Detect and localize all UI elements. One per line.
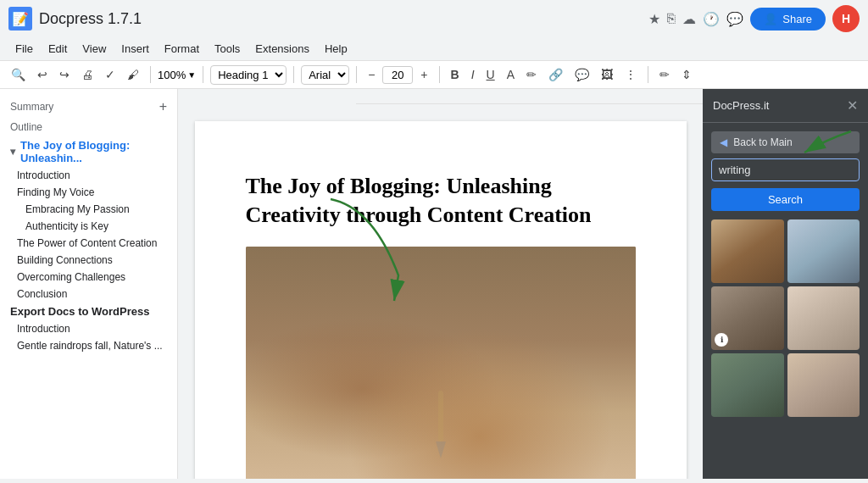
font-size-increase[interactable]: + <box>416 64 431 85</box>
separator-5 <box>439 66 440 83</box>
outline-item-9[interactable]: Export Docs to WordPress <box>0 303 177 320</box>
title-icon-star[interactable]: ★ <box>648 11 660 27</box>
font-size-decrease[interactable]: − <box>364 64 379 85</box>
summary-label: Summary <box>10 101 53 113</box>
paint-format-btn[interactable]: 🖌 <box>123 64 143 85</box>
outline-item-11[interactable]: Gentle raindrops fall, Nature's ... <box>0 337 177 354</box>
image-thumb-6[interactable] <box>787 353 860 417</box>
image-thumb-2[interactable] <box>787 219 860 283</box>
svg-rect-1 <box>438 391 443 441</box>
outline-label-10: Introduction <box>17 323 70 335</box>
menu-extensions[interactable]: Extensions <box>248 39 316 58</box>
outline-item-7[interactable]: Overcoming Challenges <box>0 269 177 286</box>
person-icon: 👤 <box>764 13 777 25</box>
outline-item-0[interactable]: ▾ The Joy of Blogging: Unleashin... <box>0 136 177 167</box>
outline-label-7: Overcoming Challenges <box>17 271 125 283</box>
menu-format[interactable]: Format <box>158 39 206 58</box>
share-label: Share <box>782 13 812 25</box>
right-panel: DocPress.it ✕ ◀ Back to Main Search ℹ <box>703 89 868 479</box>
separator-2 <box>203 66 203 83</box>
menu-tools[interactable]: Tools <box>208 39 247 58</box>
doc-icon: 📝 <box>8 7 32 31</box>
title-bar: 📝 Docpress 1.7.1 ★ ⎘ ☁ 🕐 💬 👤 Share H <box>0 0 868 37</box>
pen-icon <box>415 391 466 458</box>
summary-add-btn[interactable]: + <box>159 99 167 114</box>
font-color-btn[interactable]: A <box>503 64 519 85</box>
doc-image[interactable] <box>246 247 636 479</box>
outline-label: Outline <box>0 118 177 136</box>
share-button[interactable]: 👤 Share <box>750 8 826 31</box>
font-size-input[interactable] <box>382 66 413 84</box>
title-icon-cloud[interactable]: ☁ <box>682 11 696 27</box>
menu-insert[interactable]: Insert <box>114 39 156 58</box>
outline-item-5[interactable]: The Power of Content Creation <box>0 235 177 252</box>
menu-help[interactable]: Help <box>318 39 354 58</box>
outline-item-6[interactable]: Building Connections <box>0 252 177 269</box>
app-title: Docpress 1.7.1 <box>39 10 642 28</box>
image-thumb-5[interactable] <box>711 353 784 417</box>
separator-4 <box>356 66 357 83</box>
doc-title[interactable]: The Joy of Blogging: Unleashing Creativi… <box>246 172 636 230</box>
collapse-icon[interactable]: ▾ <box>10 146 15 158</box>
link-btn[interactable]: 🔗 <box>544 64 567 85</box>
spellcheck-btn[interactable]: ✓ <box>101 64 120 85</box>
user-avatar[interactable]: H <box>832 5 860 32</box>
doc-page: The Joy of Blogging: Unleashing Creativi… <box>195 121 687 479</box>
font-select[interactable]: Arial <box>301 65 349 85</box>
menu-edit[interactable]: Edit <box>42 39 74 58</box>
image-btn[interactable]: 🖼 <box>597 64 617 85</box>
doc-image-container: Image by Karolina Grabowska on Pexels. V… <box>246 247 636 479</box>
chat-icon[interactable]: 💬 <box>726 11 743 27</box>
badge-icon: ℹ <box>715 333 728 347</box>
more-btn[interactable]: ⋮ <box>620 64 641 85</box>
title-icon-doc[interactable]: ⎘ <box>667 11 676 26</box>
sidebar: Summary + Outline ▾ The Joy of Blogging:… <box>0 89 178 479</box>
redo-btn[interactable]: ↪ <box>55 64 74 85</box>
print-btn[interactable]: 🖨 <box>77 64 97 85</box>
svg-marker-2 <box>436 441 446 458</box>
outline-label-2: Finding My Voice <box>17 186 94 198</box>
docpress-title: DocPress.it <box>713 99 769 112</box>
comment-btn[interactable]: 💬 <box>570 64 593 85</box>
outline-item-10[interactable]: Introduction <box>0 320 177 337</box>
ruler <box>356 89 703 104</box>
highlight-btn[interactable]: ✏ <box>522 64 541 85</box>
menu-view[interactable]: View <box>75 39 113 58</box>
outline-label-4: Authenticity is Key <box>25 220 108 232</box>
close-panel-btn[interactable]: ✕ <box>847 97 858 114</box>
pencil-btn[interactable]: ✏ <box>655 64 674 85</box>
zoom-chevron[interactable]: ▼ <box>187 70 196 80</box>
doc-area[interactable]: The Joy of Blogging: Unleashing Creativi… <box>178 89 703 479</box>
search-toolbar-btn[interactable]: 🔍 <box>7 64 30 85</box>
outline-label-6: Building Connections <box>17 254 113 266</box>
image-thumb-1[interactable] <box>711 219 784 283</box>
underline-btn[interactable]: U <box>482 64 499 85</box>
outline-label-5: The Power of Content Creation <box>17 237 157 249</box>
style-select[interactable]: Heading 1 <box>210 65 287 85</box>
summary-section: Summary + <box>0 96 177 118</box>
expand-btn[interactable]: ⇕ <box>677 64 696 85</box>
separator-3 <box>293 66 294 83</box>
zoom-value[interactable]: 100% <box>158 69 186 81</box>
history-icon[interactable]: 🕐 <box>703 11 720 27</box>
image-thumb-4[interactable] <box>787 286 860 350</box>
outline-label-0: The Joy of Blogging: Unleashin... <box>20 139 167 164</box>
toolbar: 🔍 ↩ ↪ 🖨 ✓ 🖌 100% ▼ Heading 1 Arial − + B… <box>0 60 868 89</box>
image-thumb-3[interactable]: ℹ <box>711 286 784 350</box>
search-button[interactable]: Search <box>711 188 860 211</box>
outline-item-1[interactable]: Introduction <box>0 167 177 184</box>
right-panel-header: DocPress.it ✕ <box>703 89 868 123</box>
undo-btn[interactable]: ↩ <box>33 64 52 85</box>
bold-btn[interactable]: B <box>447 64 464 85</box>
italic-btn[interactable]: I <box>467 64 479 85</box>
menu-file[interactable]: File <box>8 39 40 58</box>
outline-item-2[interactable]: Finding My Voice <box>0 184 177 201</box>
outline-item-3[interactable]: Embracing My Passion <box>0 201 177 218</box>
outline-label-3: Embracing My Passion <box>25 203 130 215</box>
zoom-control[interactable]: 100% ▼ <box>158 69 196 81</box>
outline-label-11: Gentle raindrops fall, Nature's ... <box>17 340 163 352</box>
outline-item-8[interactable]: Conclusion <box>0 286 177 303</box>
outline-item-4[interactable]: Authenticity is Key <box>0 218 177 235</box>
outline-label-9: Export Docs to WordPress <box>10 305 149 318</box>
separator-1 <box>150 66 151 83</box>
